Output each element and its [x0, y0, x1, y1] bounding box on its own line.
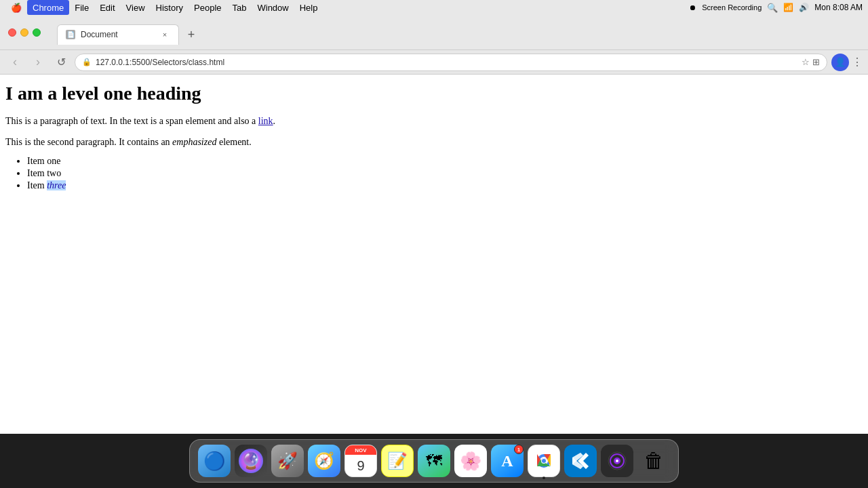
- dock-icon-stickies[interactable]: 📝: [381, 445, 414, 477]
- calendar-day: 9: [357, 458, 364, 474]
- menu-bar: 🍎 Chrome File Edit View History People T…: [0, 0, 868, 15]
- para2-text-before: This is the second paragraph. It contain…: [5, 137, 172, 147]
- title-bar: 📄 Document × +: [0, 15, 868, 50]
- para2-text-after: element.: [216, 137, 251, 147]
- settings-icon[interactable]: ⋮: [852, 56, 863, 68]
- menubar-tab-label: Tab: [233, 3, 247, 13]
- menubar-view-label: View: [126, 3, 145, 13]
- para2-em: emphasized: [172, 137, 216, 147]
- maps-icon: 🗺: [426, 451, 442, 470]
- dock-icon-trash[interactable]: 🗑: [637, 445, 670, 477]
- page-heading: I am a level one heading: [5, 83, 863, 104]
- dock-icon-finder[interactable]: 🔵: [198, 445, 231, 477]
- list-item-2-text: Item two: [27, 168, 61, 178]
- photos-icon: 🌸: [460, 451, 481, 472]
- paragraph-2: This is the second paragraph. It contain…: [5, 135, 863, 149]
- siri-icon: 🔮: [239, 449, 263, 473]
- launchpad-icon: 🚀: [277, 451, 298, 470]
- menubar-tab[interactable]: Tab: [227, 0, 252, 15]
- list-item-2: Item two: [27, 168, 863, 179]
- menubar-people[interactable]: People: [189, 0, 226, 15]
- menubar-view[interactable]: View: [121, 0, 151, 15]
- screen-recording-label: Screen Recording: [702, 3, 762, 12]
- svg-point-4: [542, 459, 546, 463]
- list-item-1-text: Item one: [27, 156, 60, 166]
- list-item-3-highlighted: three: [47, 180, 66, 190]
- apple-icon: 🍎: [11, 3, 22, 13]
- address-row: ‹ › ↺ 🔒 127.0.0.1:5500/Selectors/class.h…: [0, 50, 868, 75]
- screen-recording-icon: ⏺: [689, 3, 696, 12]
- tab-favicon: 📄: [66, 30, 75, 39]
- trash-icon: 🗑: [644, 449, 664, 472]
- para1-text-before: This is a paragraph of text. In the text…: [5, 116, 258, 126]
- browser-tab[interactable]: 📄 Document ×: [57, 24, 179, 45]
- close-window-button[interactable]: [8, 28, 16, 37]
- menubar-chrome[interactable]: Chrome: [27, 0, 69, 15]
- menubar-history[interactable]: History: [151, 0, 189, 15]
- list: Item one Item two Item three: [27, 156, 863, 191]
- list-item-1: Item one: [27, 156, 863, 167]
- menubar-window[interactable]: Window: [252, 0, 294, 15]
- chrome-icon: [533, 450, 555, 472]
- forward-button[interactable]: ›: [28, 53, 47, 72]
- dock-icon-calendar[interactable]: NOV 9: [344, 445, 377, 477]
- safari-icon: 🧭: [314, 451, 334, 470]
- appstore-icon: A: [501, 452, 513, 470]
- menubar-right: ⏺ Screen Recording 🔍 📶 🔊 Mon 8:08 AM: [689, 3, 863, 13]
- traffic-lights: [8, 28, 41, 37]
- dock-icon-siri[interactable]: 🔮: [235, 445, 267, 477]
- wifi-icon: 📶: [783, 3, 793, 12]
- dock-icon-chrome[interactable]: [528, 445, 560, 477]
- menubar-people-label: People: [194, 3, 221, 13]
- menubar-file-label: File: [75, 3, 89, 13]
- finder-icon: 🔵: [203, 451, 225, 472]
- refresh-button[interactable]: ↺: [52, 53, 71, 72]
- chrome-active-dot: [542, 476, 545, 479]
- dock-icon-launchpad[interactable]: 🚀: [271, 445, 304, 477]
- address-bar-icons: ☆ ⊞: [802, 57, 820, 67]
- extension-icon[interactable]: ⊞: [812, 57, 820, 67]
- tab-bar: 📄 Document × +: [52, 20, 860, 45]
- calendar-month: NOV: [355, 447, 366, 453]
- para1-link[interactable]: link: [258, 116, 273, 126]
- dock-icon-photos[interactable]: 🌸: [454, 445, 487, 477]
- menubar-help[interactable]: Help: [294, 0, 323, 15]
- bookmark-icon[interactable]: ☆: [802, 57, 810, 67]
- svg-point-12: [616, 460, 618, 462]
- menubar-window-label: Window: [257, 3, 288, 13]
- new-tab-button[interactable]: +: [182, 26, 201, 45]
- tab-close-button[interactable]: ×: [159, 29, 170, 40]
- time-display: Mon 8:08 AM: [814, 3, 863, 12]
- obs-icon: [606, 450, 628, 472]
- menubar-file[interactable]: File: [69, 0, 94, 15]
- minimize-window-button[interactable]: [20, 28, 28, 37]
- lock-icon: 🔒: [82, 58, 92, 66]
- dock-icon-vscode[interactable]: [564, 445, 597, 477]
- browser-window: 📄 Document × + ‹ › ↺ 🔒 127.0.0.1:5500/Se…: [0, 15, 868, 434]
- paragraph-1: This is a paragraph of text. In the text…: [5, 114, 863, 128]
- tab-title: Document: [81, 30, 154, 39]
- address-bar[interactable]: 🔒 127.0.0.1:5500/Selectors/class.html ☆ …: [75, 54, 827, 71]
- dock-icon-obs[interactable]: [601, 445, 633, 477]
- vscode-icon: [570, 450, 591, 472]
- list-item-3: Item three: [27, 180, 863, 191]
- menubar-help-label: Help: [300, 3, 318, 13]
- maximize-window-button[interactable]: [33, 28, 41, 37]
- menubar-edit[interactable]: Edit: [94, 0, 120, 15]
- menubar-history-label: History: [156, 3, 183, 13]
- menubar-chrome-label: Chrome: [33, 3, 64, 13]
- stickies-icon: 📝: [387, 451, 408, 470]
- dock: 🔵 🔮 🚀 🧭 NOV 9 📝 🗺: [189, 439, 679, 483]
- dock-icon-appstore[interactable]: A 1: [491, 445, 524, 477]
- back-button[interactable]: ‹: [5, 53, 24, 72]
- account-icon[interactable]: 👤: [831, 54, 849, 71]
- appstore-badge: 1: [517, 447, 520, 453]
- dock-area: 🔵 🔮 🚀 🧭 NOV 9 📝 🗺: [0, 434, 868, 488]
- list-item-3-before: Item: [27, 180, 47, 190]
- search-menubar-icon[interactable]: 🔍: [767, 3, 778, 13]
- dock-icon-safari[interactable]: 🧭: [308, 445, 340, 477]
- menubar-edit-label: Edit: [100, 3, 115, 13]
- page-content: I am a level one heading This is a parag…: [0, 75, 868, 434]
- apple-menu[interactable]: 🍎: [5, 0, 27, 15]
- dock-icon-maps[interactable]: 🗺: [418, 445, 450, 477]
